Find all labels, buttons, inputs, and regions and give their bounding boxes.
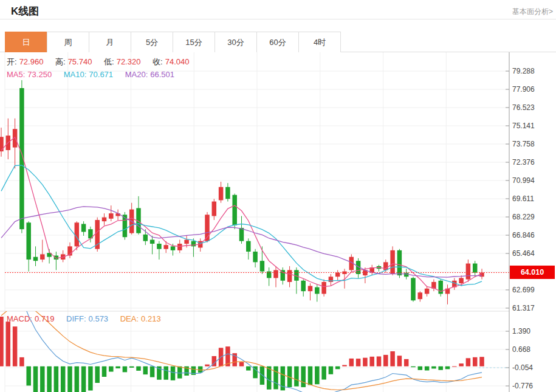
svg-text:68.229: 68.229 xyxy=(512,213,535,221)
svg-text:73.758: 73.758 xyxy=(512,140,535,148)
tab-day[interactable]: 日 xyxy=(5,32,47,52)
page-title: K线图 xyxy=(11,4,39,18)
candlestick-chart[interactable]: 79.28877.90676.52375.14173.75872.37670.9… xyxy=(0,52,556,392)
svg-text:79.288: 79.288 xyxy=(512,67,535,75)
svg-text:65.464: 65.464 xyxy=(512,249,535,258)
tab-4hour[interactable]: 4时 xyxy=(298,32,341,52)
tab-month[interactable]: 月 xyxy=(89,32,131,52)
svg-text:69.611: 69.611 xyxy=(512,194,534,203)
svg-text:66.846: 66.846 xyxy=(512,231,535,239)
svg-text:77.906: 77.906 xyxy=(512,85,535,94)
tab-week[interactable]: 周 xyxy=(47,32,89,52)
svg-text:62.699: 62.699 xyxy=(512,286,535,294)
page-header: K线图 基本面分析> xyxy=(0,0,556,19)
tab-30min[interactable]: 30分 xyxy=(215,32,257,52)
svg-text:-0.054: -0.054 xyxy=(512,363,533,372)
tab-5min[interactable]: 5分 xyxy=(131,32,173,52)
svg-text:75.141: 75.141 xyxy=(512,122,535,130)
current-price-tag: 64.010 xyxy=(510,266,555,279)
fundamental-analysis-link[interactable]: 基本面分析> xyxy=(512,7,553,17)
svg-text:70.994: 70.994 xyxy=(512,176,535,185)
svg-text:0.668: 0.668 xyxy=(512,345,530,354)
chart-area: 79.28877.90676.52375.14173.75872.37670.9… xyxy=(0,52,556,392)
svg-text:1.390: 1.390 xyxy=(512,327,530,335)
tab-60min[interactable]: 60分 xyxy=(256,32,299,52)
svg-text:76.523: 76.523 xyxy=(512,103,535,112)
svg-text:61.317: 61.317 xyxy=(512,304,535,312)
tab-15min[interactable]: 15分 xyxy=(173,32,215,52)
svg-text:72.376: 72.376 xyxy=(512,158,535,167)
interval-tabbar: 日 周 月 5分 15分 30分 60分 4时 xyxy=(0,32,556,52)
svg-text:-0.776: -0.776 xyxy=(512,382,533,390)
